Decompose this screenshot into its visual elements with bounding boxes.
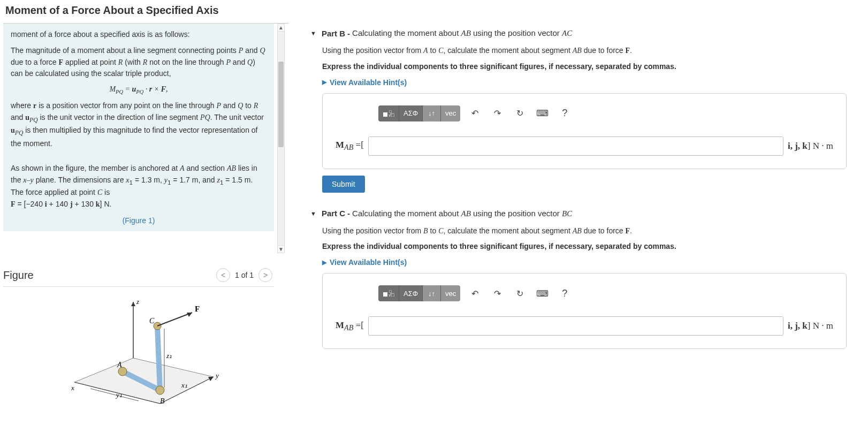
svg-text:z: z — [136, 298, 139, 306]
redo-button[interactable]: ↷ — [489, 105, 505, 122]
theory-p1: The magnitude of a moment about a line s… — [11, 45, 267, 79]
reset-button[interactable]: ↻ — [512, 285, 528, 301]
chevron-right-icon: > — [263, 271, 268, 279]
redo-icon: ↷ — [494, 288, 501, 299]
part-b-answer-box: □√□ ΑΣΦ ↓↑ vec ↶ ↷ ↻ ⌨ ? — [322, 93, 847, 169]
theory-scroll-area: moment of a force about a specified axis… — [3, 23, 289, 253]
figure-prev-button[interactable]: < — [216, 268, 230, 282]
part-b-instruction: Express the individual components to thr… — [322, 62, 847, 72]
svg-line-14 — [157, 313, 192, 326]
templates-button[interactable]: □√□ — [378, 105, 399, 122]
part-c-toolbar: □√□ ΑΣΦ ↓↑ vec ↶ ↷ ↻ ⌨ ? — [378, 285, 833, 301]
left-column: moment of a force about a specified axis… — [0, 23, 289, 409]
part-b-description: Using the position vector from A to C, c… — [322, 45, 847, 56]
keyboard-button[interactable]: ⌨ — [534, 285, 550, 301]
svg-text:√□: √□ — [389, 112, 394, 118]
templates-button[interactable]: □√□ — [378, 285, 399, 301]
vec-button[interactable]: vec — [441, 105, 460, 122]
part-b-answer-suffix: i, j, k] N · m — [788, 141, 833, 151]
scrollbar[interactable]: ▲ ▼ — [277, 24, 285, 253]
arrows-icon: ↓↑ — [428, 290, 435, 298]
part-b-header[interactable]: ▼ Part B - Calculating the moment about … — [310, 28, 847, 38]
caret-down-icon: ▼ — [310, 210, 316, 217]
svg-text:C: C — [149, 317, 155, 325]
scroll-up-icon[interactable]: ▲ — [278, 24, 284, 32]
part-b-hints-toggle[interactable]: ▶ View Available Hint(s) — [322, 78, 407, 87]
subscript-button[interactable]: ↓↑ — [423, 285, 441, 301]
figure-section: Figure < 1 of 1 > z x y — [3, 264, 289, 409]
vec-button[interactable]: vec — [441, 285, 460, 301]
undo-icon: ↶ — [471, 108, 478, 118]
scroll-down-icon[interactable]: ▼ — [278, 245, 284, 253]
part-b-label: Part B — [322, 29, 345, 38]
greek-button[interactable]: ΑΣΦ — [399, 105, 423, 122]
scroll-thumb[interactable] — [278, 62, 284, 147]
templates-icon: □√□ — [383, 289, 394, 298]
keyboard-button[interactable]: ⌨ — [534, 105, 550, 122]
part-c-instruction: Express the individual components to thr… — [322, 241, 847, 252]
figure-body: z x y F — [3, 287, 274, 409]
svg-rect-28 — [383, 292, 387, 297]
figure-link[interactable]: (Figure 1) — [11, 215, 267, 226]
svg-text:x: x — [71, 384, 74, 392]
svg-text:y₁: y₁ — [115, 391, 122, 399]
theory-panel: moment of a force about a specified axis… — [3, 24, 274, 231]
svg-line-10 — [157, 326, 160, 390]
caret-right-icon: ▶ — [322, 259, 326, 266]
part-c-answer-box: □√□ ΑΣΦ ↓↑ vec ↶ ↷ ↻ ⌨ ? — [322, 273, 847, 349]
caret-right-icon: ▶ — [322, 79, 326, 86]
greek-button[interactable]: ΑΣΦ — [399, 285, 423, 301]
arrows-icon: ↓↑ — [428, 109, 435, 117]
part-b-toolbar: □√□ ΑΣΦ ↓↑ vec ↶ ↷ ↻ ⌨ ? — [378, 105, 833, 122]
help-button[interactable]: ? — [557, 105, 573, 122]
page-title: Moment of a Force About a Specified Axis — [0, 0, 868, 23]
figure-pager: 1 of 1 — [235, 271, 254, 279]
redo-icon: ↷ — [494, 108, 501, 118]
svg-text:x₁: x₁ — [181, 381, 187, 389]
svg-marker-2 — [131, 302, 135, 306]
redo-button[interactable]: ↷ — [489, 285, 505, 301]
figure-title: Figure — [3, 269, 215, 282]
svg-rect-25 — [383, 112, 387, 117]
part-c-label: Part C — [322, 209, 345, 218]
part-b-answer-prefix: MAB =[ — [336, 140, 364, 152]
theory-p2: where r is a position vector from any po… — [11, 100, 267, 149]
chevron-left-icon: < — [221, 271, 225, 279]
svg-text:y: y — [215, 371, 219, 379]
reset-button[interactable]: ↻ — [512, 105, 528, 122]
part-c: ▼ Part C - Calculating the moment about … — [310, 209, 847, 350]
undo-button[interactable]: ↶ — [467, 105, 483, 122]
part-c-answer-suffix: i, j, k] N · m — [788, 321, 833, 331]
subscript-button[interactable]: ↓↑ — [423, 105, 441, 122]
figure-next-button[interactable]: > — [258, 268, 272, 282]
part-b: ▼ Part B - Calculating the moment about … — [310, 28, 847, 193]
reset-icon: ↻ — [516, 108, 523, 118]
svg-text:√□: √□ — [389, 292, 394, 298]
svg-text:A: A — [117, 361, 122, 369]
part-b-answer-input[interactable] — [368, 136, 783, 156]
theory-line-top: moment of a force about a specified axis… — [11, 29, 267, 40]
keyboard-icon: ⌨ — [536, 288, 549, 299]
svg-text:z₁: z₁ — [166, 352, 172, 360]
part-b-submit-button[interactable]: Submit — [322, 176, 365, 193]
keyboard-icon: ⌨ — [536, 108, 549, 118]
part-b-title: Calculating the moment about AB using th… — [352, 28, 572, 38]
part-c-answer-prefix: MAB =[ — [336, 320, 364, 332]
theory-p3: As shown in the figure, the member is an… — [11, 163, 267, 210]
reset-icon: ↻ — [516, 288, 523, 299]
templates-icon: □√□ — [383, 109, 394, 118]
svg-text:B: B — [160, 397, 165, 405]
part-c-title: Calculating the moment about AB using th… — [352, 209, 572, 218]
svg-point-12 — [156, 386, 164, 394]
part-c-description: Using the position vector from B to C, c… — [322, 226, 847, 237]
figure-diagram: z x y F — [53, 297, 224, 409]
undo-icon: ↶ — [471, 288, 478, 299]
undo-button[interactable]: ↶ — [467, 285, 483, 301]
caret-down-icon: ▼ — [310, 30, 316, 36]
right-column: ▼ Part B - Calculating the moment about … — [289, 23, 868, 409]
part-c-answer-input[interactable] — [368, 316, 783, 336]
help-button[interactable]: ? — [557, 285, 573, 301]
part-c-hints-toggle[interactable]: ▶ View Available Hint(s) — [322, 258, 407, 267]
part-c-header[interactable]: ▼ Part C - Calculating the moment about … — [310, 209, 847, 218]
equation-mpq: MPQ = uPQ · r × F, — [11, 84, 267, 96]
